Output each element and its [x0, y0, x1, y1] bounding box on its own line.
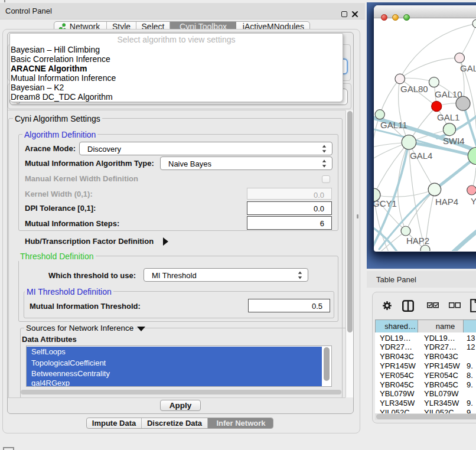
svg-text:GAL4: GAL4 — [410, 151, 432, 161]
svg-text:HAP4: HAP4 — [435, 197, 458, 207]
svg-text:GAL11: GAL11 — [380, 120, 407, 130]
svg-text:GCY1: GCY1 — [374, 198, 397, 208]
svg-text:GAL10: GAL10 — [435, 89, 462, 99]
svg-text:SWI4: SWI4 — [443, 136, 465, 146]
svg-text:GAL: GAL — [460, 63, 476, 73]
svg-text:GAL1: GAL1 — [437, 112, 459, 122]
svg-text:Y: Y — [471, 196, 476, 206]
svg-text:GAL80: GAL80 — [400, 84, 428, 94]
svg-text:HAP2: HAP2 — [406, 236, 429, 246]
